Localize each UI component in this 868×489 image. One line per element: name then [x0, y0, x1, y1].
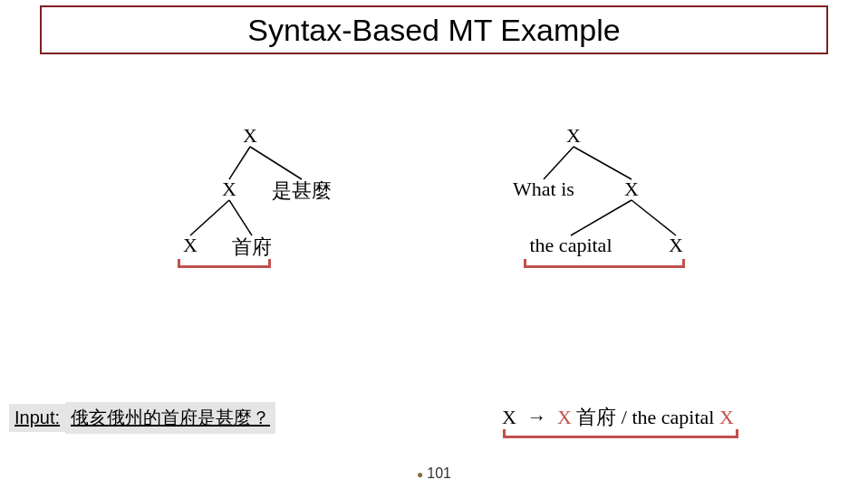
title-box: Syntax-Based MT Example: [40, 5, 828, 54]
right-tree-l2-a: the capital: [529, 234, 612, 257]
rule-slash: /: [622, 406, 627, 428]
rule-x2: X: [719, 406, 734, 428]
svg-line-6: [571, 200, 632, 235]
left-tree-l2-a: X: [183, 234, 198, 257]
rewrite-rule: X → X 首府 / the capital X: [502, 404, 734, 431]
rule-zh: 首府: [576, 406, 616, 428]
svg-line-7: [632, 200, 676, 235]
input-row: Input: 俄亥俄州的首府是甚麼？: [9, 402, 275, 434]
left-tree-l1-b: 是甚麼: [272, 177, 332, 205]
bracket-right: [524, 259, 685, 268]
left-tree-l2-b: 首府: [232, 234, 272, 261]
left-tree-l1-a: X: [222, 177, 236, 201]
svg-line-1: [250, 147, 302, 179]
svg-line-5: [574, 147, 632, 179]
svg-line-0: [229, 147, 250, 179]
arrow-icon: →: [521, 406, 552, 429]
slide-stage: Syntax-Based MT Example X X 是甚麼 X 首府 X W…: [0, 0, 868, 489]
bracket-left: [178, 259, 271, 268]
input-text: 俄亥俄州的首府是甚麼？: [65, 402, 275, 434]
rule-lhs: X: [502, 406, 516, 428]
svg-line-2: [190, 200, 229, 235]
svg-line-4: [544, 147, 574, 179]
slide-title: Syntax-Based MT Example: [247, 13, 620, 48]
input-label: Input:: [9, 404, 65, 432]
svg-line-3: [229, 200, 252, 235]
right-tree-root: X: [566, 124, 581, 148]
rule-en: the capital: [632, 406, 714, 428]
page-number: ●101: [417, 465, 451, 482]
rule-x1: X: [557, 406, 572, 428]
bracket-rule: [503, 429, 738, 438]
left-tree-root: X: [243, 124, 257, 148]
page-number-value: 101: [427, 465, 451, 481]
right-tree-l2-b: X: [669, 234, 683, 257]
right-tree-l1-b: X: [624, 177, 639, 201]
bullet-icon: ●: [417, 468, 427, 481]
right-tree-l1-a: What is: [513, 177, 574, 201]
